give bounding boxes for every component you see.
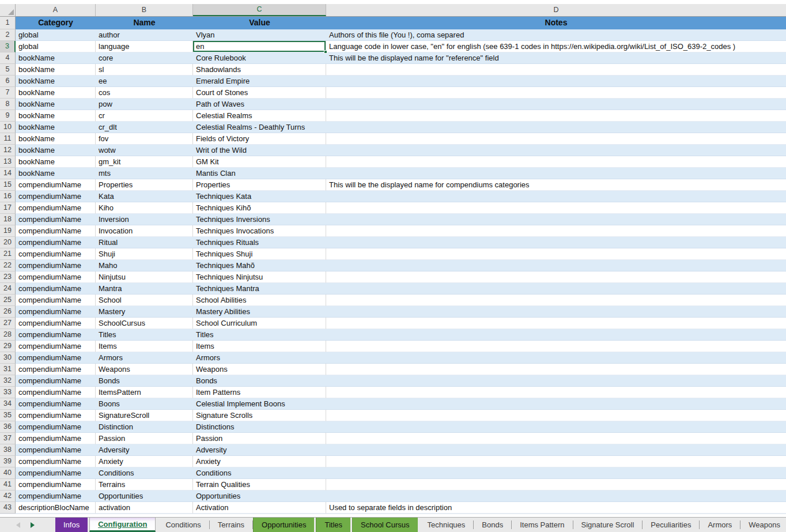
row-header[interactable]: 26 [0, 306, 16, 318]
row-header[interactable]: 8 [0, 99, 16, 110]
cell-notes[interactable] [326, 341, 786, 352]
select-all-corner[interactable] [0, 4, 16, 16]
row-header[interactable]: 42 [0, 491, 16, 502]
cell-value[interactable]: Techniques Shuji [193, 248, 326, 260]
cell-notes[interactable] [326, 421, 786, 433]
cell-name[interactable]: ee [96, 76, 193, 87]
cell-notes[interactable] [326, 133, 786, 145]
cell-name[interactable]: Invocation [96, 225, 193, 237]
cell-value[interactable]: Mantis Clan [193, 168, 326, 179]
cell-value[interactable]: Techniques Inversions [193, 214, 326, 225]
cell-value[interactable]: Conditions [193, 467, 326, 479]
cell-category[interactable]: compendiumName [16, 191, 96, 202]
cell-category[interactable]: compendiumName [16, 271, 96, 283]
cell-category[interactable]: compendiumName [16, 491, 96, 502]
cell-notes[interactable] [326, 491, 786, 502]
cell-value[interactable]: Court of Stones [193, 87, 326, 99]
column-header-b[interactable]: B [96, 4, 193, 16]
cell-category[interactable]: compendiumName [16, 375, 96, 387]
cell-notes[interactable] [326, 87, 786, 99]
cell-name[interactable]: cos [96, 87, 193, 99]
cell-value[interactable]: Adversity [193, 444, 326, 456]
sheet-tab-signature-scroll[interactable]: Signature Scroll [573, 518, 643, 532]
cell-notes[interactable] [326, 295, 786, 306]
cell-notes[interactable] [326, 248, 786, 260]
cell-name[interactable]: Adversity [96, 444, 193, 456]
cell-name[interactable]: Kata [96, 191, 193, 202]
cell-name[interactable]: gm_kit [96, 156, 193, 168]
row-header[interactable]: 24 [0, 283, 16, 295]
cell-name[interactable]: Mastery [96, 306, 193, 318]
cell-category[interactable]: compendiumName [16, 410, 96, 421]
row-header[interactable]: 36 [0, 421, 16, 433]
row-header[interactable]: 1 [0, 17, 16, 29]
row-header[interactable]: 15 [0, 179, 16, 191]
column-header-d[interactable]: D [326, 4, 786, 16]
cell-name[interactable]: SignatureScroll [96, 410, 193, 421]
row-header[interactable]: 34 [0, 398, 16, 410]
cell-name[interactable]: cr_dlt [96, 122, 193, 133]
cell-name[interactable]: Items [96, 341, 193, 352]
cell-name[interactable]: cr [96, 110, 193, 122]
cell-name[interactable]: Properties [96, 179, 193, 191]
sheet-tab-bonds[interactable]: Bonds [474, 518, 511, 532]
cell-category[interactable]: bookName [16, 64, 96, 76]
cell-name[interactable]: mts [96, 168, 193, 179]
cell-name[interactable]: wotw [96, 145, 193, 156]
cell-value[interactable]: Emerald Empire [193, 76, 326, 87]
cell-value[interactable]: Signature Scrolls [193, 410, 326, 421]
cell-name[interactable]: Distinction [96, 421, 193, 433]
cell-name[interactable]: Boons [96, 398, 193, 410]
row-header[interactable]: 4 [0, 52, 16, 64]
cell-notes[interactable] [326, 375, 786, 387]
row-header[interactable]: 31 [0, 364, 16, 375]
row-header[interactable]: 30 [0, 352, 16, 364]
cell-notes[interactable] [326, 214, 786, 225]
cell-notes[interactable] [326, 110, 786, 122]
cell-category[interactable]: compendiumName [16, 387, 96, 398]
cell-name[interactable]: core [96, 52, 193, 64]
cell-value[interactable]: Writ of the Wild [193, 145, 326, 156]
header-cell-value[interactable]: Value [193, 17, 326, 29]
header-cell-notes[interactable]: Notes [326, 17, 786, 29]
row-header[interactable]: 29 [0, 341, 16, 352]
prev-sheet-arrow-icon[interactable] [16, 522, 20, 528]
cell-name[interactable]: SchoolCursus [96, 318, 193, 329]
cell-category[interactable]: bookName [16, 87, 96, 99]
fill-handle[interactable] [324, 50, 327, 54]
cell-category[interactable]: bookName [16, 145, 96, 156]
cell-notes[interactable] [326, 433, 786, 444]
cell-value[interactable]: Item Patterns [193, 387, 326, 398]
cell-category[interactable]: compendiumName [16, 248, 96, 260]
cell-name[interactable]: ItemsPattern [96, 387, 193, 398]
cell-name[interactable]: sl [96, 64, 193, 76]
cell-notes[interactable] [326, 398, 786, 410]
cell-value[interactable]: Celestial Implement Boons [193, 398, 326, 410]
row-header[interactable]: 37 [0, 433, 16, 444]
sheet-tab-terrains[interactable]: Terrains [210, 518, 252, 532]
cell-value[interactable]: Terrain Qualities [193, 479, 326, 491]
cell-name[interactable]: fov [96, 133, 193, 145]
header-cell-category[interactable]: Category [16, 17, 96, 29]
cell-name[interactable]: School [96, 295, 193, 306]
cell-value[interactable]: Distinctions [193, 421, 326, 433]
cell-name[interactable]: Armors [96, 352, 193, 364]
cell-value[interactable]: Techniques Invocations [193, 225, 326, 237]
cell-notes[interactable] [326, 76, 786, 87]
row-header[interactable]: 14 [0, 168, 16, 179]
cell-category[interactable]: compendiumName [16, 214, 96, 225]
cell-name[interactable]: Terrains [96, 479, 193, 491]
sheet-tab-items-pattern[interactable]: Items Pattern [512, 518, 572, 532]
row-header[interactable]: 27 [0, 318, 16, 329]
cell-category[interactable]: bookName [16, 110, 96, 122]
cell-value[interactable]: Anxiety [193, 456, 326, 467]
cell-notes[interactable]: Used to separate fields in description [326, 502, 786, 514]
cell-category[interactable]: bookName [16, 133, 96, 145]
cell-name[interactable]: language [96, 41, 193, 52]
row-header[interactable]: 3 [0, 41, 16, 52]
sheet-tab-opportunities[interactable]: Opportunities [253, 518, 314, 532]
row-header[interactable]: 2 [0, 29, 16, 41]
sheet-tab-school-cursus[interactable]: School Cursus [352, 518, 418, 532]
row-header[interactable]: 38 [0, 444, 16, 456]
cell-category[interactable]: compendiumName [16, 295, 96, 306]
